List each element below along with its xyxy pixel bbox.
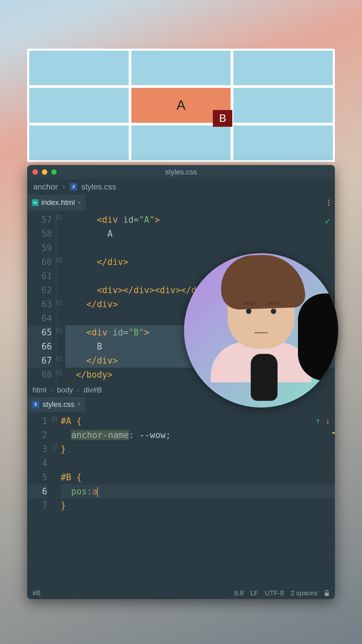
code-line[interactable]: [65, 241, 335, 255]
floating-box-b: B: [213, 110, 232, 127]
fold-marker-icon[interactable]: [52, 445, 57, 449]
grid-cell-a: A B: [131, 88, 231, 122]
presenter-camera: [184, 253, 338, 408]
text-cursor: [97, 487, 98, 497]
microphone-graphic: [251, 354, 278, 401]
line-gutter: 575859 606162 636465 666768: [27, 211, 55, 383]
tab-index-html[interactable]: <> index.html ×: [27, 195, 86, 211]
css-file-icon: 3: [32, 401, 39, 408]
window-title: styles.css: [27, 168, 335, 176]
tab-label: styles.css: [43, 400, 74, 409]
cell-a-label: A: [177, 98, 186, 113]
code-content[interactable]: #A { anchor-name: --wow; } #B { pos:a }: [59, 412, 335, 587]
grid-cell: [29, 88, 129, 122]
code-line[interactable]: }: [61, 442, 335, 456]
status-bar: #B 6:8 LF UTF-8 2 spaces: [27, 587, 335, 599]
css-editor-pane[interactable]: ↑ ↓ 123 456 7 #A { anchor-name: --wow; }…: [27, 412, 335, 587]
fold-marker-icon[interactable]: [57, 356, 61, 361]
status-selector[interactable]: #B: [33, 589, 41, 597]
fold-marker-icon[interactable]: [57, 215, 61, 220]
grid-cell: [233, 51, 333, 85]
crumb[interactable]: div#B: [83, 386, 102, 394]
grid-cell: [233, 125, 333, 160]
html-file-icon: <>: [32, 199, 39, 206]
fold-marker-icon[interactable]: [57, 370, 61, 375]
css-file-icon: 3: [70, 183, 77, 191]
close-icon[interactable]: ×: [77, 199, 81, 206]
top-tab-row: <> index.html ×: [27, 195, 335, 211]
tab-label: index.html: [41, 198, 75, 207]
crumb[interactable]: html: [33, 386, 47, 394]
face-graphic: [228, 268, 295, 349]
fold-marker-icon[interactable]: [57, 300, 61, 305]
grid-cell: [131, 125, 231, 160]
breadcrumb-file[interactable]: styles.css: [81, 182, 116, 192]
kebab-menu-icon[interactable]: [328, 200, 329, 206]
preview-grid: A B: [29, 51, 333, 160]
line-gutter: 123 456 7: [27, 412, 51, 587]
code-line[interactable]: <div id="A">: [65, 213, 335, 227]
chevron-right-icon: ›: [77, 386, 79, 394]
fold-column[interactable]: [55, 211, 64, 383]
code-line[interactable]: #A {: [61, 414, 335, 428]
code-line[interactable]: pos:a: [61, 484, 335, 498]
code-line[interactable]: A: [65, 227, 335, 241]
chevron-right-icon: ›: [51, 386, 53, 394]
grid-cell: [233, 88, 333, 122]
box-b-label: B: [219, 112, 226, 124]
fold-column[interactable]: [51, 412, 59, 587]
tab-styles-css[interactable]: 3 styles.css ×: [27, 397, 85, 412]
lock-icon[interactable]: [324, 590, 329, 596]
code-line[interactable]: anchor-name: --wow;: [61, 428, 335, 442]
close-icon[interactable]: ×: [77, 401, 81, 408]
fold-marker-icon[interactable]: [57, 258, 61, 262]
line-ending[interactable]: LF: [250, 589, 258, 597]
code-line[interactable]: #B {: [61, 470, 335, 484]
crumb[interactable]: body: [57, 386, 73, 394]
fold-marker-icon[interactable]: [52, 417, 57, 421]
indent-setting[interactable]: 2 spaces: [291, 589, 317, 597]
browser-preview: A B: [27, 49, 335, 162]
cursor-position[interactable]: 6:8: [234, 589, 244, 597]
grid-cell: [29, 51, 129, 85]
code-line[interactable]: }: [61, 498, 335, 513]
encoding[interactable]: UTF-8: [265, 589, 284, 597]
titlebar: styles.css: [27, 165, 335, 179]
grid-cell: [29, 125, 129, 160]
breadcrumb-project[interactable]: anchor: [33, 182, 58, 192]
project-breadcrumb[interactable]: anchor › 3 styles.css: [27, 179, 335, 195]
grid-cell: [131, 51, 231, 85]
code-line[interactable]: [61, 456, 335, 470]
chevron-right-icon: ›: [62, 182, 65, 192]
fold-marker-icon[interactable]: [57, 328, 61, 333]
